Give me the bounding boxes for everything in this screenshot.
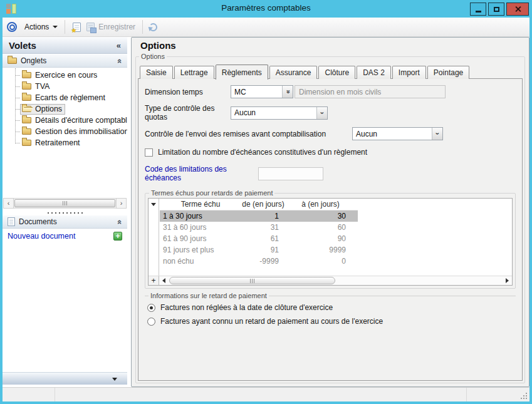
table-row[interactable]: 91 jours et plus 91 9999 [160,244,358,256]
page-title: Options [132,38,529,53]
resize-grip[interactable] [526,398,527,399]
options-groupbox-label: Options [139,53,167,60]
radio-option-retard-paiement[interactable]: Factures ayant connu un retard de paieme… [147,317,513,326]
tab-import[interactable]: Import [392,66,426,79]
save-button[interactable]: Enregistrer [84,21,138,33]
folder-icon [22,72,31,78]
toolbar-separator [142,20,143,34]
folder-icon [22,83,31,90]
terms-groupbox-label: Termes échus pour retards de paiement [149,189,274,197]
row-selector-column[interactable] [149,199,159,276]
grid-horizontal-scrollbar[interactable]: + [149,276,512,285]
actions-bullseye-icon [7,22,17,32]
add-row-button[interactable]: + [149,276,159,285]
close-icon [514,6,521,13]
new-document-row: Nouveau document + [8,230,122,242]
chevron-down-icon [112,378,117,381]
sidebar-footer-bar[interactable] [3,372,127,385]
tab-das2[interactable]: DAS 2 [357,66,391,79]
lookup-double-chevron-icon[interactable]: « [282,86,293,98]
status-panel-right [467,388,529,401]
remise-label: Contrôle de l'envoi des remises avant co… [145,130,352,138]
code-limitations-field[interactable] [258,167,323,180]
maximize-button[interactable] [488,3,504,16]
terms-grid: Terme échu de (en jours) à (en jours) 1 … [148,198,513,286]
tab-pointage[interactable]: Pointage [427,66,469,79]
quota-label: Type de contrôle des quotas [145,104,231,122]
quota-combo[interactable]: Aucun ‹ [231,106,328,120]
document-icon [8,217,15,226]
limitation-checkbox[interactable] [145,148,153,157]
col-terme-echu[interactable]: Terme échu [160,200,241,209]
onglets-label: Onglets [21,56,114,65]
status-bar [3,387,529,401]
add-document-button[interactable]: + [113,232,122,241]
scrollbar-thumb[interactable] [14,199,115,207]
tab-saisie[interactable]: Saisie [140,66,173,79]
tab-reglements[interactable]: Règlements [216,65,268,80]
scroll-left-icon[interactable]: ‹ [3,198,14,209]
limitation-label: Limitation du nombre d'échéances constit… [158,148,367,157]
dimension-temps-combo[interactable]: MC « [231,85,293,98]
collapse-section-icon[interactable]: « [118,57,122,65]
col-a-jours[interactable]: à (en jours) [285,200,356,209]
grid-header-row: Terme échu de (en jours) à (en jours) [160,199,358,210]
sidebar-item-gestion-immobilisations[interactable]: Gestion des immobilisations [3,126,127,137]
scroll-right-icon[interactable] [503,276,512,285]
save-icon [86,23,95,31]
folder-icon [8,58,17,64]
tab-cloture[interactable]: Clôture [318,66,355,79]
options-groupbox: Options Saisie Lettrage Règlements Assur… [135,53,525,383]
dropdown-arrow-icon [53,26,58,28]
sidebar-item-exercice-en-cours[interactable]: Exercice en cours [3,70,127,81]
table-row[interactable]: 1 à 30 jours 1 30 [160,210,358,222]
dimension-temps-label: Dimension temps [145,88,231,96]
tab-assurance[interactable]: Assurance [269,66,318,79]
sidebar-item-options[interactable]: Options [3,103,127,115]
sidebar-item-retraitement[interactable]: Retraitement [3,137,127,148]
terms-groupbox: Termes échus pour retards de paiement Te… [145,189,516,289]
scroll-right-icon[interactable]: › [116,198,127,209]
folder-icon [22,117,31,123]
chevron-down-icon[interactable]: ‹ [432,128,442,140]
actions-button[interactable]: Actions [22,21,60,33]
section-onglets-header[interactable]: Onglets « [3,54,127,68]
sidebar-horizontal-scrollbar[interactable]: ‹ › [3,198,127,209]
chevron-down-icon[interactable]: ‹ [316,107,327,119]
scroll-left-icon[interactable] [159,276,169,285]
code-limitations-link[interactable]: Code des limitations des échéances [145,165,258,182]
new-document-link[interactable]: Nouveau document [8,232,113,241]
minimize-button[interactable] [470,3,486,16]
tab-strip: Saisie Lettrage Règlements Assurance Clô… [138,61,523,79]
title-bar: Paramètres comptables [0,0,532,18]
section-documents-header[interactable]: Documents « [3,215,127,229]
maximize-icon [494,7,499,12]
folder-icon [22,140,31,146]
splitter-handle[interactable] [3,212,127,214]
new-document-icon[interactable]: ★ [73,23,81,32]
scrollbar-thumb[interactable] [169,277,335,284]
collapse-section-icon[interactable]: « [118,218,122,226]
radio-selected-icon[interactable] [147,304,155,312]
table-row[interactable]: 31 à 60 jours 31 60 [160,222,358,233]
folder-icon [22,128,31,135]
close-button[interactable] [506,3,529,16]
radio-unselected-icon[interactable] [147,318,155,326]
sidebar-item-ecarts-de-reglement[interactable]: Ecarts de règlement [3,92,127,103]
table-row[interactable]: 61 à 90 jours 61 90 [160,233,358,244]
sidebar-header: Volets « [3,37,127,54]
open-folder-icon [22,106,31,112]
tab-lettrage[interactable]: Lettrage [174,66,214,79]
collapse-panel-icon[interactable]: « [117,41,121,49]
col-de-jours[interactable]: de (en jours) [241,200,285,209]
remise-combo[interactable]: Aucun ‹ [352,127,443,140]
main-panel: Options Options Saisie Lettrage Règlemen… [131,37,529,387]
minimize-icon [476,11,481,13]
refresh-icon[interactable] [149,23,158,32]
sidebar-item-tva[interactable]: TVA [3,81,127,92]
window-body: Volets « Onglets « Exercice en cours TVA… [3,37,529,387]
table-row[interactable]: non échu -9999 0 [160,256,358,267]
sidebar-item-details-ecriture[interactable]: Détails d'écriture comptable [3,115,127,126]
sidebar-title: Volets [9,40,117,51]
radio-option-non-reglees[interactable]: Factures non réglées à la date de clôtur… [147,303,513,312]
